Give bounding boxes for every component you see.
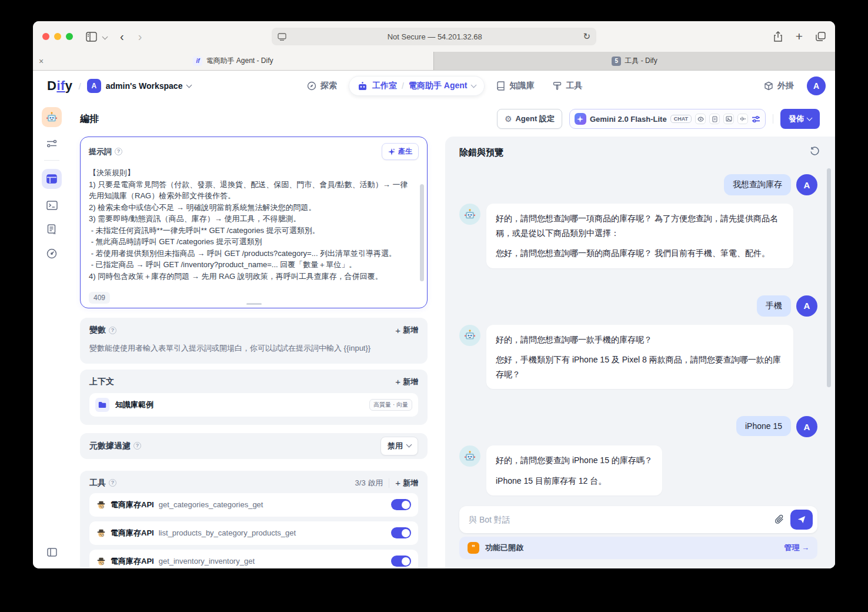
tool-toggle[interactable] [391,527,411,538]
debug-scrollbar[interactable] [827,168,831,387]
new-tab-icon[interactable]: + [796,29,803,44]
add-tool-button[interactable]: +新增 [395,478,418,488]
context-item[interactable]: 知識庫範例 高質量 · 向量 [89,393,418,417]
gear-icon: ⚙ [505,114,512,124]
help-icon[interactable]: ? [109,479,116,487]
app-chevron-icon[interactable] [471,82,477,88]
tools-divider [389,478,389,488]
bot-paragraph: 好的，請問您想查詢哪一款手機的庫存呢？ [496,332,784,347]
context-section: 上下文 +新增 知識庫範例 高質量 · 向量 [80,370,428,425]
help-icon[interactable]: ? [115,148,122,155]
tab-close-icon[interactable]: × [39,57,44,65]
help-icon[interactable]: ? [133,442,141,450]
attach-file-icon[interactable] [774,514,784,525]
nav-app-label[interactable]: 電商助手 Agent [409,81,468,91]
back-button[interactable]: ‹ [120,31,124,42]
collapse-panel-icon[interactable] [47,548,57,559]
tab-title: 電商助手 Agent - Dify [206,56,273,66]
share-icon[interactable] [773,31,783,42]
tool-row[interactable]: 電商庫存API get_inventory_inventory_get [89,550,418,569]
app-icon-robot[interactable] [42,107,62,127]
add-variable-button[interactable]: +新增 [395,325,418,335]
prompt-scrollbar[interactable] [420,184,424,281]
add-context-button[interactable]: +新增 [395,377,418,387]
page-settings-icon[interactable] [278,33,286,41]
tools-section: 工具 ? 3/3 啟用 +新增 [80,471,428,569]
detective-icon [96,557,106,566]
manage-features-link[interactable]: 管理 → [784,543,809,553]
nav-tools[interactable]: 工具 [546,76,589,95]
zoom-window-button[interactable] [66,33,73,40]
image-capability-icon [723,114,734,124]
chat-input-box[interactable] [459,506,817,533]
tool-row[interactable]: 電商庫存API get_categories_categories_get [89,493,418,517]
rail-item-api[interactable] [46,201,58,212]
preferences-icon[interactable] [46,139,57,151]
rail-item-logs[interactable] [47,224,56,237]
variables-hint: 變數能使使用者輸入表單引入提示詞或開場白，你可以試試在提示詞中輸入 {{inpu… [89,342,418,354]
tab-overview-icon[interactable] [816,32,826,41]
nav-studio-label[interactable]: 工作室 [372,81,397,91]
bot-avatar-robot-icon [459,325,480,346]
workspace-avatar[interactable]: A [87,79,101,93]
toolbar-divider [773,114,773,124]
generate-button[interactable]: 產生 [382,143,419,160]
tab-agent[interactable]: × if 電商助手 Agent - Dify [33,52,434,70]
metadata-filter-title: 元數據過濾 ? [89,441,141,451]
model-parameters-icon[interactable] [752,115,760,123]
publish-button[interactable]: 發佈 [780,109,820,129]
book-icon [496,81,505,91]
reload-icon[interactable]: ↻ [583,31,590,42]
debug-panel: 除錯與預覽 我想查詢庫存 A [445,137,835,568]
rail-item-orchestrate[interactable] [42,169,62,189]
log-document-icon [47,224,56,234]
nav-studio-breadcrumb[interactable]: 工作室 / 電商助手 Agent [349,76,485,96]
left-rail [33,101,71,568]
audio-capability-icon [737,114,748,124]
tool-toggle[interactable] [391,499,411,510]
user-message: 我想查詢庫存 A [459,174,817,195]
close-window-button[interactable] [42,33,49,40]
workspace-chevron-icon[interactable] [186,82,192,88]
user-avatar[interactable]: A [807,76,826,95]
chat-input[interactable] [469,515,768,524]
nav-knowledge[interactable]: 知識庫 [489,76,541,95]
dify-logo[interactable]: Dify [47,78,73,94]
tool-row[interactable]: 電商庫存API list_products_by_category_produc… [89,521,418,545]
content-column: 編排 ⚙ Agent 設定 Gemini 2.0 Flash-Lite [71,101,835,568]
minimize-window-button[interactable] [54,33,61,40]
user-avatar: A [796,416,817,437]
resize-handle[interactable] [246,303,262,305]
sub-header: 編排 ⚙ Agent 設定 Gemini 2.0 Flash-Lite [71,101,835,137]
help-icon[interactable]: ? [109,327,116,334]
bot-paragraph: iPhone 15 目前庫存有 12 台。 [496,474,653,488]
tool-toggle[interactable] [391,556,411,567]
variables-title: 變數 ? [89,325,116,335]
publish-chevron-icon [807,115,813,121]
prompt-textarea[interactable]: 【決策規則】 1) 只要是電商常見問答（付款、發票、退換貨、配送、保固、門市、會… [81,164,427,288]
rail-item-monitoring[interactable] [46,248,57,261]
desktop-background: ‹ › Not Secure — 54.201.32.68 ↻ + [0,0,868,612]
sidebar-toggle-icon[interactable] [86,32,97,42]
bot-paragraph: 好的，請問您要查詢 iPhone 15 的庫存嗎？ [496,453,653,468]
compass-icon [307,81,316,91]
sidebar-menu-chevron-icon[interactable] [102,34,108,39]
model-selector[interactable]: Gemini 2.0 Flash-Lite CHAT [569,109,766,129]
chat-messages: 我想查詢庫存 A 好的，請問您想查詢哪一項商品的庫存呢？ 為了方便您查詢，請先提… [445,164,835,501]
char-count: 409 [89,292,110,304]
context-item-badge: 高質量 · 向量 [369,399,412,411]
nav-explore[interactable]: 探索 [300,76,344,95]
agent-settings-button[interactable]: ⚙ Agent 設定 [497,109,562,129]
send-button[interactable] [790,510,813,530]
features-enabled-text: 功能已開啟 [485,543,523,553]
workspace-name[interactable]: admin's Workspace [106,81,183,91]
metadata-filter-select[interactable]: 禁用 [380,437,418,455]
nav-plugins[interactable]: 外掛 [762,76,796,95]
prompt-card: 提示詞 ? 產生 【決策規則】 1) 只要是電商常見問答（付款、發票、退換貨、配… [80,137,428,308]
tab-tools[interactable]: 5 工具 - Dify [434,52,835,70]
bot-bubble: 好的，請問您想查詢哪一項商品的庫存呢？ 為了方便您查詢，請先提供商品名稱，或是從… [486,204,793,268]
address-bar[interactable]: Not Secure — 54.201.32.68 ↻ [272,28,596,45]
window-controls [42,33,73,40]
context-title: 上下文 [89,377,114,387]
restart-conversation-icon[interactable] [810,147,820,159]
